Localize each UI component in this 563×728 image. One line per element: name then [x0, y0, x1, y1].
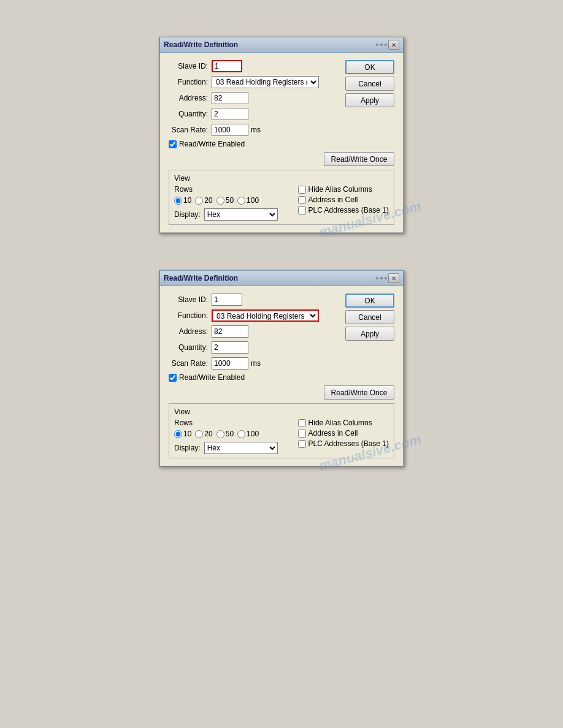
plc-addresses-checkbox-1[interactable]	[298, 207, 306, 214]
apply-button-1[interactable]: Apply	[345, 93, 394, 107]
function-label-2: Function:	[169, 311, 212, 320]
rw-enabled-checkbox-1[interactable]	[169, 140, 177, 148]
hide-alias-label-2: Hide Alias Columns	[298, 419, 389, 427]
rw-enabled-row-1: Read/Write Enabled	[169, 140, 394, 148]
dot2	[380, 44, 383, 46]
quantity-input-2[interactable]	[212, 341, 248, 354]
address-in-cell-checkbox-2[interactable]	[298, 430, 306, 438]
function-label-1: Function:	[169, 78, 212, 86]
title-dots	[376, 40, 387, 50]
scanrate-label-2: Scan Rate:	[169, 359, 212, 368]
address-input-1[interactable]	[212, 92, 248, 104]
radio-10-label-2: 10	[174, 430, 191, 438]
dot1-2	[376, 277, 378, 279]
quantity-input-1[interactable]	[212, 108, 248, 120]
hide-alias-checkbox-1[interactable]	[298, 186, 306, 194]
dot2-2	[380, 277, 383, 279]
cancel-button-1[interactable]: Cancel	[345, 77, 394, 91]
dialog1-titlebar: Read/Write Definition ✕	[159, 37, 404, 53]
view-left-1: Rows 10 20 50	[174, 185, 286, 221]
scanrate-row-2: Scan Rate: ms	[169, 357, 394, 370]
display-row-1: Display: Hex Dec Oct Bin	[174, 208, 286, 221]
rw-once-row-1: Read/Write Once	[169, 152, 394, 166]
dialog1-title-controls: ✕	[376, 40, 399, 50]
radio-20-2[interactable]	[195, 430, 203, 438]
address-in-cell-label-2: Address in Cell	[298, 429, 389, 438]
radio-10-label-1: 10	[174, 196, 191, 205]
radio-20-1[interactable]	[195, 197, 203, 205]
radio-50-1[interactable]	[216, 197, 224, 205]
view-label-1: View	[174, 174, 389, 183]
display-label-2: Display:	[174, 444, 201, 452]
radio-10-1[interactable]	[174, 197, 182, 205]
dot3	[385, 44, 387, 46]
dot1	[376, 44, 378, 46]
rw-once-button-2[interactable]: Read/Write Once	[324, 385, 394, 400]
ok-button-1[interactable]: OK	[345, 60, 394, 74]
buttons-col-2: OK Cancel Apply	[345, 294, 394, 341]
address-label-2: Address:	[169, 327, 212, 336]
address-in-cell-label-1: Address in Cell	[298, 195, 389, 204]
hide-alias-checkbox-2[interactable]	[298, 419, 306, 427]
slave-id-input-2[interactable]	[212, 294, 242, 306]
rw-once-button-1[interactable]: Read/Write Once	[324, 152, 394, 166]
dialog2-titlebar: Read/Write Definition ✕	[159, 270, 404, 286]
slave-id-label-1: Slave ID:	[169, 62, 212, 70]
display-select-2[interactable]: Hex Dec Oct Bin	[204, 442, 278, 454]
scanrate-input-2[interactable]	[212, 357, 248, 370]
cancel-button-2[interactable]: Cancel	[345, 310, 394, 324]
address-in-cell-checkbox-1[interactable]	[298, 196, 306, 204]
view-cols-2: Rows 10 20 50	[174, 419, 389, 454]
radio-20-label-1: 20	[195, 196, 212, 205]
dialog2-title-controls: ✕	[376, 273, 399, 283]
address-label-1: Address:	[169, 94, 212, 102]
slave-id-label-2: Slave ID:	[169, 295, 212, 304]
dialog2: Read/Write Definition ✕ Slave ID:	[159, 270, 404, 467]
dialog1: Read/Write Definition ✕ Slave ID:	[159, 37, 404, 233]
dialog2-form: Slave ID: Function: 03 Read Holding Regi…	[169, 294, 394, 458]
close-button-1[interactable]: ✕	[388, 40, 399, 50]
rw-enabled-checkbox-2[interactable]	[169, 374, 177, 382]
radio-50-label-2: 50	[216, 430, 234, 438]
slave-id-input-1[interactable]	[212, 60, 242, 72]
view-section-2: View Rows 10 20	[169, 403, 394, 458]
view-label-2: View	[174, 408, 389, 416]
address-input-2[interactable]	[212, 325, 248, 338]
dot3-2	[385, 277, 387, 279]
ok-button-2[interactable]: OK	[345, 294, 394, 308]
scanrate-input-1[interactable]	[212, 124, 248, 136]
dialog1-wrapper: Read/Write Definition ✕ Slave ID:	[159, 37, 404, 233]
dialog2-wrapper: Read/Write Definition ✕ Slave ID:	[159, 270, 404, 467]
radio-10-2[interactable]	[174, 430, 182, 438]
rw-enabled-label-1: Read/Write Enabled	[179, 140, 245, 148]
rows-label-2: Rows	[174, 419, 286, 427]
rows-label-1: Rows	[174, 185, 286, 194]
ms-label-2: ms	[251, 359, 261, 368]
scanrate-row-1: Scan Rate: ms	[169, 124, 394, 136]
dialog1-content: Slave ID: Function: 03 Read Holding Regi…	[159, 53, 404, 233]
rw-once-row-2: Read/Write Once	[169, 385, 394, 400]
radio-100-2[interactable]	[237, 430, 245, 438]
rw-enabled-label-2: Read/Write Enabled	[179, 373, 245, 382]
scanrate-label-1: Scan Rate:	[169, 126, 212, 134]
buttons-col-1: OK Cancel Apply	[345, 60, 394, 107]
radio-100-label-1: 100	[237, 196, 259, 205]
dialog1-form: Slave ID: Function: 03 Read Holding Regi…	[169, 60, 394, 225]
quantity-label-2: Quantity:	[169, 343, 212, 352]
view-cols-1: Rows 10 20 50	[174, 185, 389, 221]
rw-enabled-row-2: Read/Write Enabled	[169, 373, 394, 382]
function-select-2[interactable]: 03 Read Holding Registers (4x)	[212, 309, 319, 322]
plc-addresses-checkbox-2[interactable]	[298, 440, 306, 448]
close-button-2[interactable]: ✕	[388, 273, 399, 283]
apply-button-2[interactable]: Apply	[345, 327, 394, 341]
dialog1-title: Read/Write Definition	[164, 40, 238, 49]
radio-100-label-2: 100	[237, 430, 259, 438]
radio-50-2[interactable]	[216, 430, 224, 438]
plc-addresses-label-2: PLC Addresses (Base 1)	[298, 439, 389, 448]
radio-100-1[interactable]	[237, 197, 245, 205]
quantity-label-1: Quantity:	[169, 110, 212, 118]
view-section-1: View Rows 10 20	[169, 170, 394, 225]
quantity-row-2: Quantity:	[169, 341, 394, 354]
display-select-1[interactable]: Hex Dec Oct Bin	[204, 208, 278, 221]
function-select-1[interactable]: 03 Read Holding Registers (4x)	[212, 76, 319, 88]
